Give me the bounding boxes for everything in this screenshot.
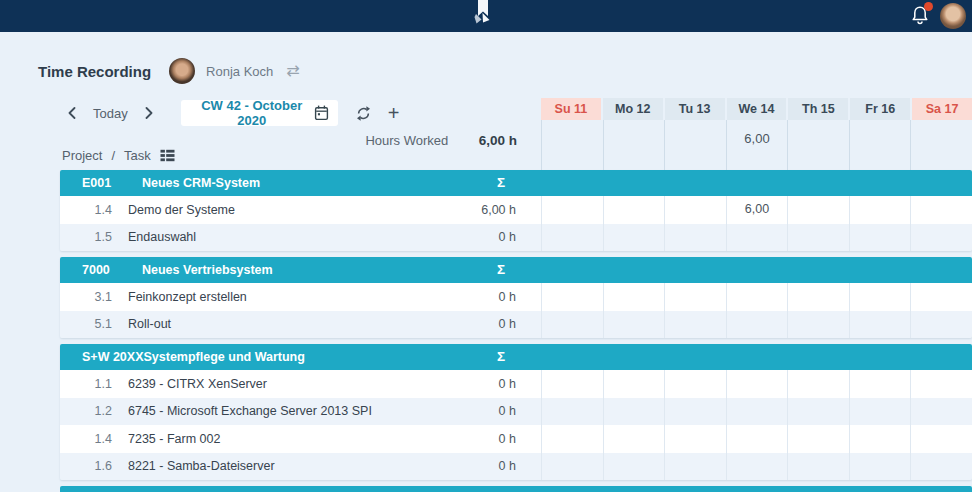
day-entry-cell[interactable] (787, 370, 849, 398)
task-row[interactable]: 3.1Feinkonzept erstellen0 h (60, 283, 972, 311)
task-info: 3.1Feinkonzept erstellen0 h (60, 283, 541, 311)
day-entry-cell[interactable] (787, 283, 849, 311)
day-entry-cell[interactable] (787, 196, 849, 224)
table-rows-icon[interactable] (160, 149, 175, 162)
day-entry-cell[interactable] (664, 425, 726, 453)
task-total-hours: 0 h (499, 404, 541, 418)
day-entry-cell[interactable] (910, 283, 972, 311)
task-info: 5.1Roll-out0 h (60, 311, 541, 339)
day-entry-cell[interactable] (787, 398, 849, 426)
day-entry-cell[interactable] (787, 224, 849, 252)
day-entry-cell[interactable] (910, 196, 972, 224)
day-entry-cell[interactable] (910, 370, 972, 398)
day-entry-cell[interactable] (910, 453, 972, 481)
day-header-sa: Sa 17 (912, 98, 972, 120)
account-avatar[interactable] (940, 3, 966, 29)
day-entry-cell[interactable] (726, 425, 788, 453)
task-day-cells (541, 311, 972, 339)
day-entry-cell[interactable] (849, 425, 911, 453)
day-entry-cell[interactable] (910, 425, 972, 453)
switch-user-icon[interactable]: ⇄ (286, 63, 299, 79)
task-code: 5.1 (60, 317, 112, 331)
day-entry-cell[interactable]: 6,00 (726, 196, 788, 224)
day-total-cell: 6,00 (726, 120, 788, 170)
day-entry-cell[interactable] (603, 398, 665, 426)
day-entry-cell[interactable] (603, 224, 665, 252)
project-header-partial (60, 486, 972, 492)
task-info: 1.16239 - CITRX XenServer0 h (60, 370, 541, 398)
day-entry-cell[interactable] (541, 196, 603, 224)
task-day-cells (541, 398, 972, 426)
day-entry-cell[interactable] (541, 425, 603, 453)
sigma-sum-header: Σ (497, 257, 505, 283)
day-entry-cell[interactable] (541, 224, 603, 252)
project-name: Neues CRM-System (142, 176, 260, 190)
day-header-th: Th 15 (788, 98, 848, 120)
day-entry-cell[interactable] (603, 425, 665, 453)
week-picker[interactable]: CW 42 - October 2020 (181, 100, 338, 126)
day-entry-cell[interactable] (849, 196, 911, 224)
day-entry-cell[interactable] (664, 311, 726, 339)
day-entry-cell[interactable] (787, 425, 849, 453)
day-entry-cell[interactable] (726, 370, 788, 398)
day-entry-cell[interactable] (541, 283, 603, 311)
day-total-cell (849, 120, 911, 170)
add-entry-button[interactable]: + (384, 103, 404, 123)
task-code: 1.1 (60, 377, 112, 391)
project-name: Systempflege und Wartung (144, 350, 305, 364)
task-row[interactable]: 5.1Roll-out0 h (60, 311, 972, 339)
day-entry-cell[interactable] (664, 224, 726, 252)
project-section: E001Neues CRM-SystemΣ1.4Demo der Systeme… (60, 170, 972, 251)
task-name: 7235 - Farm 002 (128, 432, 499, 446)
today-button[interactable]: Today (93, 106, 128, 121)
day-entry-cell[interactable] (726, 283, 788, 311)
task-row[interactable]: 1.4Demo der Systeme6,00 h6,00 (60, 196, 972, 224)
day-entry-cell[interactable] (726, 311, 788, 339)
day-entry-cell[interactable] (726, 224, 788, 252)
day-entry-cell[interactable] (664, 398, 726, 426)
day-entry-cell[interactable] (849, 453, 911, 481)
day-entry-cell[interactable] (787, 311, 849, 339)
day-entry-cell[interactable] (910, 224, 972, 252)
day-entry-cell[interactable] (664, 370, 726, 398)
day-entry-cell[interactable] (541, 311, 603, 339)
refresh-icon[interactable] (354, 103, 374, 123)
day-entry-cell[interactable] (603, 370, 665, 398)
task-row[interactable]: 1.5Endauswahl0 h (60, 224, 972, 252)
day-entry-cell[interactable] (726, 453, 788, 481)
day-entry-cell[interactable] (541, 453, 603, 481)
day-entry-cell[interactable] (603, 311, 665, 339)
task-name: Feinkonzept erstellen (128, 290, 499, 304)
notifications-bell-icon[interactable] (910, 4, 932, 28)
day-entry-cell[interactable] (541, 398, 603, 426)
day-entry-cell[interactable] (603, 196, 665, 224)
task-name: 8221 - Samba-Dateiserver (128, 459, 499, 473)
task-row[interactable]: 1.16239 - CITRX XenServer0 h (60, 370, 972, 398)
day-entry-cell[interactable] (910, 398, 972, 426)
day-entry-cell[interactable] (664, 453, 726, 481)
task-total-hours: 0 h (499, 432, 541, 446)
task-row[interactable]: 1.47235 - Farm 0020 h (60, 425, 972, 453)
column-label-separator: / (111, 148, 115, 163)
day-entry-cell[interactable] (664, 283, 726, 311)
day-entry-cell[interactable] (849, 370, 911, 398)
task-code: 1.4 (60, 432, 112, 446)
task-info: 1.5Endauswahl0 h (60, 224, 541, 252)
task-row[interactable]: 1.68221 - Samba-Dateiserver0 h (60, 453, 972, 481)
next-week-button[interactable] (139, 103, 159, 123)
top-app-bar (0, 0, 972, 32)
day-entry-cell[interactable] (787, 453, 849, 481)
task-row[interactable]: 1.26745 - Microsoft Exchange Server 2013… (60, 398, 972, 426)
day-header-su: Su 11 (541, 98, 601, 120)
day-entry-cell[interactable] (849, 311, 911, 339)
day-entry-cell[interactable] (910, 311, 972, 339)
day-entry-cell[interactable] (541, 370, 603, 398)
day-entry-cell[interactable] (603, 453, 665, 481)
day-entry-cell[interactable] (849, 398, 911, 426)
previous-week-button[interactable] (62, 103, 82, 123)
day-entry-cell[interactable] (726, 398, 788, 426)
day-entry-cell[interactable] (664, 196, 726, 224)
day-entry-cell[interactable] (849, 283, 911, 311)
day-entry-cell[interactable] (849, 224, 911, 252)
day-entry-cell[interactable] (603, 283, 665, 311)
